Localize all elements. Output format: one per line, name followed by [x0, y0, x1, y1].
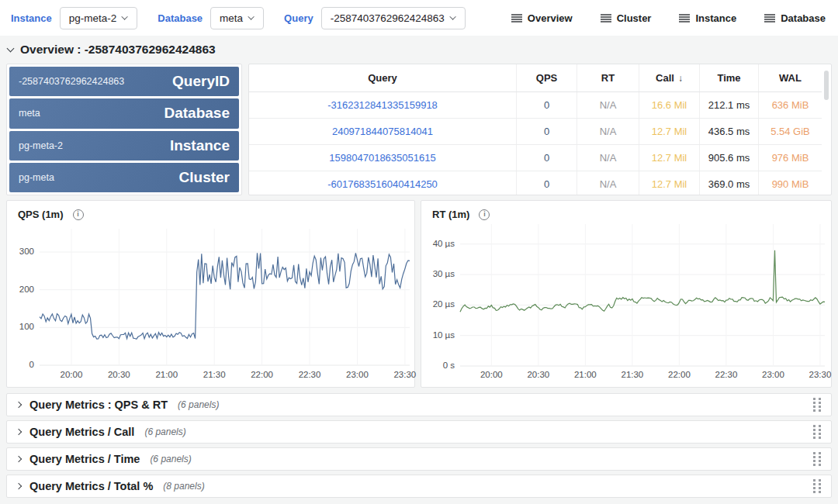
rt-series-line	[460, 250, 825, 312]
section-header-overview[interactable]: Overview : -2587403762962424863	[8, 39, 216, 60]
row-query-metrics-qps-rt[interactable]: Query Metrics : QPS & RT (6 panels)	[6, 393, 832, 416]
qps-cell: 0	[516, 92, 577, 118]
stat-label: QueryID	[172, 73, 230, 90]
call-cell: 12.7 Mil	[639, 171, 699, 195]
nav-link-label: Instance	[695, 12, 736, 24]
row-query-metrics-call[interactable]: Query Metrics / Call (6 panels)	[6, 420, 832, 444]
qps-series-line	[40, 253, 410, 339]
table-row: -60176835160404142500N/A12.7 Mil369.0 ms…	[249, 171, 822, 195]
qps-cell: 0	[516, 145, 577, 171]
nav-link-cluster[interactable]: Cluster	[601, 12, 652, 24]
sort-desc-icon: ↓	[678, 73, 683, 84]
stat-card-cluster: pg-meta Cluster	[9, 163, 239, 192]
query-id-link[interactable]: -3162312841335159918	[249, 92, 516, 118]
table-header-row: Query QPS RT Call↓ Time WAL	[249, 64, 822, 92]
x-axis-tick-label: 22:00	[248, 370, 276, 379]
row-query-metrics-time[interactable]: Query Metrics / Time (6 panels)	[6, 447, 832, 471]
row-title: Query Metrics / Time	[29, 453, 140, 465]
column-header-wal[interactable]: WAL	[758, 64, 822, 91]
x-axis-tick-label: 20:00	[57, 370, 85, 379]
instance-variable-label: Instance	[11, 12, 52, 24]
x-axis-tick-label: 21:00	[153, 370, 181, 379]
column-header-call[interactable]: Call↓	[639, 64, 699, 91]
query-id-link[interactable]: 240971844075814041	[249, 119, 516, 144]
x-axis-tick-label: 23:00	[343, 370, 371, 379]
database-variable-label: Database	[158, 12, 203, 24]
qps-cell: 0	[516, 119, 577, 144]
x-axis-tick-label: 20:30	[105, 370, 133, 379]
nav-link-label: Database	[781, 12, 826, 24]
variable-database: Database meta	[158, 7, 264, 29]
stat-value: pg-meta	[19, 172, 54, 183]
list-icon	[764, 14, 775, 22]
wal-cell: 5.54 GiB	[758, 119, 822, 144]
stat-label: Cluster	[179, 169, 230, 186]
row-panel-count: (8 panels)	[163, 481, 204, 492]
row-panel-count: (6 panels)	[150, 454, 191, 464]
instance-dropdown[interactable]: pg-meta-2	[60, 7, 138, 29]
rt-chart-panel: RT (1m) i 40 µs30 µs20 µs10 µs0 s20:0020…	[421, 200, 832, 388]
rt-cell: N/A	[577, 92, 639, 118]
row-title: Query Metrics : QPS & RT	[29, 399, 168, 411]
section-title: Overview : -2587403762962424863	[20, 43, 216, 57]
x-axis-tick-label: 23:30	[391, 370, 419, 379]
time-cell: 212.1 ms	[699, 92, 758, 118]
table-row: -31623128413351599180N/A16.6 Mil212.1 ms…	[249, 92, 822, 119]
variable-instance: Instance pg-meta-2	[11, 7, 137, 29]
query-id-link[interactable]: -6017683516040414250	[249, 171, 516, 195]
wal-cell: 990 MiB	[758, 171, 822, 195]
nav-link-label: Overview	[528, 12, 573, 24]
column-header-query[interactable]: Query	[249, 64, 516, 91]
nav-links: Overview Cluster Instance Database	[511, 0, 826, 36]
x-axis-tick-label: 21:00	[571, 370, 599, 379]
y-axis-tick-label: 0	[7, 360, 34, 369]
gridlines	[40, 229, 410, 365]
x-axis-tick-label: 20:00	[477, 370, 505, 379]
variable-query: Query -2587403762962424863	[284, 7, 466, 29]
nav-link-instance[interactable]: Instance	[679, 12, 736, 24]
rt-chart[interactable]	[421, 201, 831, 387]
drag-handle-icon[interactable]	[813, 398, 822, 413]
y-axis-tick-label: 30 µs	[421, 269, 455, 278]
drag-handle-icon[interactable]	[813, 452, 822, 467]
rt-cell: N/A	[577, 171, 639, 195]
y-axis-tick-label: 200	[7, 285, 34, 294]
chevron-right-icon	[16, 429, 22, 435]
call-cell: 16.6 Mil	[639, 92, 699, 118]
stat-label: Instance	[170, 137, 230, 154]
stat-value: -2587403762962424863	[19, 76, 124, 87]
row-query-metrics-total[interactable]: Query Metrics / Total % (8 panels)	[6, 475, 832, 498]
nav-link-label: Cluster	[617, 12, 652, 24]
x-axis-tick-label: 21:30	[200, 370, 228, 379]
x-axis-tick-label: 22:00	[665, 370, 693, 379]
qps-chart[interactable]	[7, 201, 414, 387]
stat-value: meta	[19, 108, 40, 119]
top-bar: Instance pg-meta-2 Database meta Query -…	[0, 0, 838, 36]
qps-chart-panel: QPS (1m) i 300200100020:0020:3021:0021:3…	[6, 200, 415, 388]
table-scrollbar[interactable]	[824, 71, 829, 100]
query-id-link[interactable]: 1598047018635051615	[249, 145, 516, 171]
chevron-down-icon	[449, 13, 455, 19]
database-dropdown[interactable]: meta	[210, 7, 264, 29]
table-body: -31623128413351599180N/A16.6 Mil212.1 ms…	[249, 92, 822, 195]
column-header-qps[interactable]: QPS	[516, 64, 577, 91]
query-dropdown[interactable]: -2587403762962424863	[321, 7, 466, 29]
drag-handle-icon[interactable]	[813, 425, 822, 440]
x-axis-tick-label: 22:30	[712, 370, 740, 379]
column-header-time[interactable]: Time	[699, 64, 758, 91]
table-row: 2409718440758140410N/A12.7 Mil436.5 ms5.…	[249, 119, 822, 145]
chevron-down-icon	[7, 45, 15, 53]
list-icon	[511, 14, 522, 22]
stat-card-database: meta Database	[9, 98, 239, 128]
column-header-rt[interactable]: RT	[577, 64, 639, 91]
row-panel-count: (6 panels)	[178, 399, 219, 410]
chevron-right-icon	[16, 456, 22, 462]
x-axis-tick-label: 20:30	[525, 370, 552, 379]
drag-handle-icon[interactable]	[813, 479, 822, 494]
query-dropdown-value: -2587403762962424863	[331, 12, 445, 24]
nav-link-database[interactable]: Database	[764, 12, 826, 24]
qps-cell: 0	[516, 171, 577, 195]
chevron-down-icon	[122, 13, 128, 19]
nav-link-overview[interactable]: Overview	[511, 12, 573, 24]
wal-cell: 636 MiB	[758, 92, 822, 118]
